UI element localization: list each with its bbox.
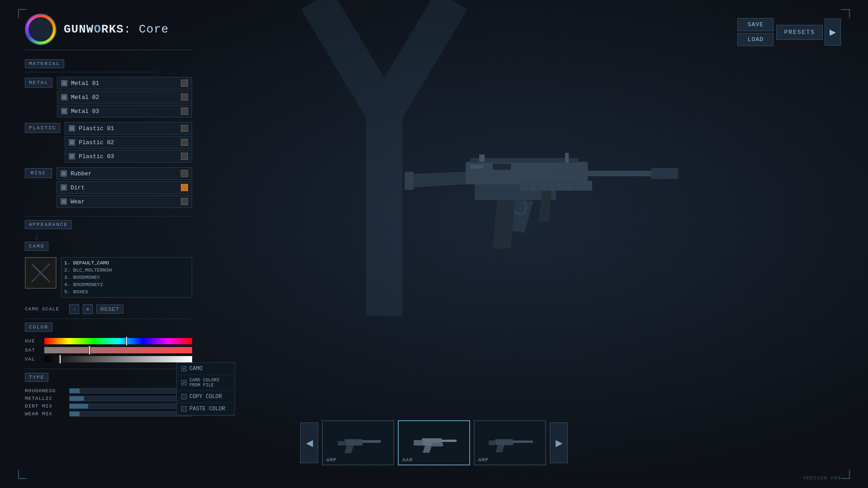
left-panel: GUNWORKS: Core MATERIAL METAL Metal 01 M…: [25, 14, 192, 474]
color-section: COLOR HUE SAT VAL: [25, 323, 192, 362]
weapon-thumb-img-amp1: [331, 431, 385, 455]
weapon-thumbnails: ◀ AMP AAR: [300, 420, 568, 465]
mat-swatch-metal03: [181, 108, 188, 115]
weapon-prev-button[interactable]: ◀: [300, 422, 318, 463]
material-item-rubber[interactable]: Rubber: [57, 167, 192, 180]
mat-icon-metal02: [61, 94, 67, 100]
material-item-dirt[interactable]: Dirt: [57, 181, 192, 194]
weapon-thumb-label-amp1: AMP: [326, 457, 337, 463]
hue-row: HUE: [25, 338, 192, 344]
material-item-plastic03[interactable]: Plastic 03: [65, 150, 192, 163]
sat-slider[interactable]: [44, 347, 192, 353]
camo-list-item-2[interactable]: 2. BLC_MOLTERNSH: [64, 267, 189, 274]
material-item-wear[interactable]: Wear: [57, 195, 192, 208]
mat-icon-rubber: [61, 170, 67, 177]
presets-next-arrow[interactable]: ▶: [825, 19, 841, 46]
val-slider[interactable]: [44, 356, 192, 362]
ctx-copycolor-label: COPY COLOR: [189, 394, 222, 400]
svg-rect-5: [470, 158, 579, 163]
material-item-plastic02[interactable]: Plastic 02: [65, 136, 192, 149]
weapon-thumb-aar[interactable]: AAR: [398, 420, 470, 465]
camo-list-item-1[interactable]: 1. DEFAULT_CAMO: [64, 259, 189, 267]
dirtmix-row: DIRT MIX: [25, 404, 192, 409]
camo-list-item-3[interactable]: 3. BOODMONEY: [64, 274, 189, 281]
sat-label: SAT: [25, 347, 41, 353]
weapon-next-button[interactable]: ▶: [550, 422, 568, 463]
camo-scale-plus[interactable]: +: [83, 304, 93, 314]
material-group-plastic: PLASTIC Plastic 01 Plastic 02 Plastic 03: [25, 122, 192, 163]
material-item-metal02[interactable]: Metal 02: [57, 91, 192, 103]
dirtmix-label: DIRT MIX: [25, 404, 66, 409]
metallic-bar[interactable]: [69, 396, 192, 401]
mat-icon-metal03: [61, 108, 67, 114]
svg-rect-7: [479, 155, 485, 162]
corner-decoration-tr: [841, 9, 850, 18]
appearance-section: APPEARANCE CAMO 1. DEFAULT_CAMO 2. BLC_M…: [25, 220, 192, 298]
material-item-metal03[interactable]: Metal 03: [57, 105, 192, 117]
metallic-label: METALLIC: [25, 396, 66, 401]
camo-list-item-4[interactable]: 4. BOODMONEY2: [64, 281, 189, 288]
corner-decoration-br: [841, 470, 850, 479]
plastic-items: Plastic 01 Plastic 02 Plastic 03: [65, 122, 192, 163]
weapon-thumb-img-aar: [407, 431, 461, 455]
svg-rect-27: [495, 439, 513, 445]
mat-swatch-plastic01: [181, 125, 188, 132]
hue-slider[interactable]: [44, 338, 192, 344]
ctx-camo-colors[interactable]: ✓ CAMO COLORSFROM FILE: [177, 375, 235, 391]
dirtmix-bar[interactable]: [69, 404, 192, 409]
mat-icon-plastic03: [69, 153, 75, 160]
material-item-plastic01[interactable]: Plastic 01: [65, 122, 192, 135]
roughness-label: ROUGHNESS: [25, 388, 66, 394]
mat-swatch-plastic02: [181, 139, 188, 146]
ctx-camocolor-label: CAMO COLORSFROM FILE: [189, 378, 219, 388]
ctx-camo[interactable]: ✓ CAMO: [177, 363, 235, 375]
camo-scale-minus[interactable]: -: [69, 304, 79, 314]
weapon-thumb-amp1[interactable]: AMP: [322, 420, 394, 465]
color-section-label: COLOR: [25, 323, 52, 332]
svg-rect-28: [489, 441, 496, 445]
save-button[interactable]: SAVE: [737, 18, 774, 31]
mat-name-wear: Wear: [71, 198, 177, 205]
svg-rect-26: [511, 441, 533, 443]
svg-line-0: [32, 264, 50, 282]
mat-name-plastic02: Plastic 02: [79, 139, 177, 146]
app-title: GUNWORKS: Core: [64, 23, 169, 36]
camo-scale-reset[interactable]: RESET: [96, 305, 123, 314]
camo-label: CAMO: [25, 242, 48, 251]
val-label: VAL: [25, 357, 41, 362]
mat-icon-metal01: [61, 80, 67, 86]
roughness-bar[interactable]: [69, 388, 192, 394]
material-item-metal01[interactable]: Metal 01: [57, 77, 192, 89]
app-header: GUNWORKS: Core: [25, 14, 192, 50]
mat-name-metal02: Metal 02: [71, 94, 177, 101]
wearmix-bar[interactable]: [69, 411, 192, 417]
mat-name-metal03: Metal 03: [71, 108, 177, 115]
camo-preview[interactable]: [25, 257, 57, 289]
wearmix-label: WEAR MIX: [25, 411, 66, 417]
mat-swatch-plastic03: [181, 153, 188, 160]
presets-button[interactable]: PRESETS: [776, 25, 823, 40]
material-group-misc: MISC Rubber Dirt Wear: [25, 167, 192, 208]
camo-scale-label: CAMO SCALE: [25, 306, 66, 312]
svg-rect-25: [432, 443, 443, 446]
camo-list-item-5[interactable]: 5. BOXES: [64, 288, 189, 296]
val-row: VAL: [25, 356, 192, 362]
load-button[interactable]: LOAD: [737, 33, 774, 46]
wearmix-row: WEAR MIX: [25, 411, 192, 417]
ctx-camo-label: CAMO: [189, 366, 203, 372]
hue-label: HUE: [25, 338, 41, 344]
ctx-paste-color[interactable]: PASTE COLOR: [177, 403, 235, 415]
svg-rect-6: [565, 153, 569, 163]
weapon-thumb-amp2[interactable]: AMP: [474, 420, 546, 465]
type-section: TYPE ROUGHNESS METALLIC DIRT MIX WEAR MI…: [25, 373, 192, 417]
mat-name-dirt: Dirt: [71, 184, 177, 191]
svg-rect-21: [338, 441, 346, 446]
mat-name-rubber: Rubber: [71, 170, 177, 177]
material-section-label: MATERIAL: [25, 59, 64, 68]
ctx-pastecolor-checkbox: [181, 406, 187, 412]
svg-rect-17: [470, 165, 484, 169]
ctx-copy-color[interactable]: COPY COLOR: [177, 391, 235, 403]
ctx-camo-checkbox: ✓: [181, 366, 187, 371]
app-logo: [25, 14, 57, 45]
svg-rect-18: [493, 164, 511, 170]
